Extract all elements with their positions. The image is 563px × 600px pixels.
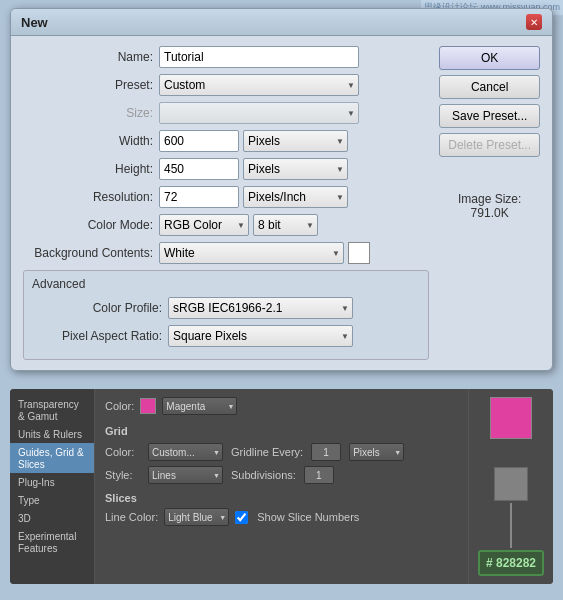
resolution-label: Resolution: <box>23 190 153 204</box>
bit-depth-select[interactable]: 8 bit <box>253 214 318 236</box>
color-mode-row: Color Mode: RGB Color ▼ 8 bit ▼ <box>23 214 429 236</box>
guides-color-swatch[interactable] <box>140 398 156 414</box>
sidebar-label-guides: Guides, Grid & Slices <box>18 447 84 470</box>
size-row: Size: ▼ <box>23 102 429 124</box>
advanced-title: Advanced <box>32 277 420 291</box>
height-label: Height: <box>23 162 153 176</box>
sidebar-label-3d: 3D <box>18 513 31 524</box>
sidebar-item-experimental[interactable]: Experimental Features <box>10 527 94 557</box>
sidebar-item-transparency[interactable]: Transparency & Gamut <box>10 395 94 425</box>
resolution-unit-select[interactable]: Pixels/Inch <box>243 186 348 208</box>
guides-color-row: Color: Magenta ▼ <box>105 397 458 415</box>
height-input[interactable] <box>159 158 239 180</box>
bg-contents-select[interactable]: White <box>159 242 344 264</box>
gridline-every-input[interactable] <box>311 443 341 461</box>
sidebar-label-type: Type <box>18 495 40 506</box>
name-input[interactable] <box>159 46 359 68</box>
sidebar-label-units: Units & Rulers <box>18 429 82 440</box>
advanced-section: Advanced Color Profile: sRGB IEC61966-2.… <box>23 270 429 360</box>
name-row: Name: <box>23 46 429 68</box>
dialog-right-panel: OK Cancel Save Preset... Delete Preset..… <box>439 46 540 360</box>
preferences-content: Color: Magenta ▼ Grid Color: Custom... ▼ <box>95 389 468 584</box>
resolution-input[interactable] <box>159 186 239 208</box>
grid-section: Grid Color: Custom... ▼ Gridline Every: … <box>105 425 458 484</box>
sidebar-label-experimental: Experimental Features <box>18 531 76 554</box>
grid-style-label: Style: <box>105 469 140 481</box>
size-select <box>159 102 359 124</box>
height-unit-select[interactable]: Pixels <box>243 158 348 180</box>
sidebar-item-units[interactable]: Units & Rulers <box>10 425 94 443</box>
cancel-button[interactable]: Cancel <box>439 75 540 99</box>
pixel-aspect-row: Pixel Aspect Ratio: Square Pixels ▼ <box>32 325 420 347</box>
show-slice-numbers-label: Show Slice Numbers <box>257 511 359 523</box>
image-size-label: Image Size: <box>439 192 540 206</box>
bg-color-swatch[interactable] <box>348 242 370 264</box>
bg-contents-label: Background Contents: <box>23 246 153 260</box>
guides-color-select[interactable]: Magenta <box>162 397 237 415</box>
preset-label: Preset: <box>23 78 153 92</box>
color-profile-label: Color Profile: <box>32 301 162 315</box>
sidebar-item-guides[interactable]: Guides, Grid & Slices <box>10 443 94 473</box>
new-dialog: New ✕ Name: Preset: Custom ▼ <box>10 8 553 371</box>
save-preset-button[interactable]: Save Preset... <box>439 104 540 128</box>
sidebar-item-type[interactable]: Type <box>10 491 94 509</box>
color-mode-label: Color Mode: <box>23 218 153 232</box>
subdivisions-input[interactable] <box>304 466 334 484</box>
close-button[interactable]: ✕ <box>526 14 542 30</box>
grid-color-label: Color: <box>105 446 140 458</box>
gridline-every-label: Gridline Every: <box>231 446 303 458</box>
height-row: Height: Pixels ▼ <box>23 158 429 180</box>
width-label: Width: <box>23 134 153 148</box>
grid-section-title: Grid <box>105 425 458 437</box>
delete-preset-button: Delete Preset... <box>439 133 540 157</box>
pixel-aspect-select[interactable]: Square Pixels <box>168 325 353 347</box>
line-color-select[interactable]: Light Blue <box>164 508 229 526</box>
grid-style-select[interactable]: Lines <box>148 466 223 484</box>
grid-color-style-row: Color: Custom... ▼ Gridline Every: Pixel… <box>105 443 458 461</box>
sidebar-label-transparency: Transparency & Gamut <box>18 399 79 422</box>
grid-style-subdiv-row: Style: Lines ▼ Subdivisions: <box>105 466 458 484</box>
bg-contents-row: Background Contents: White ▼ <box>23 242 429 264</box>
name-label: Name: <box>23 50 153 64</box>
vertical-connector <box>510 503 512 548</box>
slices-color-row: Line Color: Light Blue ▼ Show Slice Numb… <box>105 508 458 526</box>
line-color-label: Line Color: <box>105 511 158 523</box>
gray-swatch[interactable] <box>494 467 528 501</box>
color-profile-select[interactable]: sRGB IEC61966-2.1 <box>168 297 353 319</box>
ok-button[interactable]: OK <box>439 46 540 70</box>
subdivisions-label: Subdivisions: <box>231 469 296 481</box>
show-slice-numbers-checkbox[interactable] <box>235 511 248 524</box>
color-profile-row: Color Profile: sRGB IEC61966-2.1 ▼ <box>32 297 420 319</box>
resolution-row: Resolution: Pixels/Inch ▼ <box>23 186 429 208</box>
width-input[interactable] <box>159 130 239 152</box>
right-color-panel: # 828282 <box>468 389 553 584</box>
magenta-swatch[interactable] <box>490 397 532 439</box>
width-unit-select[interactable]: Pixels <box>243 130 348 152</box>
dialog-titlebar: New ✕ <box>11 9 552 36</box>
slices-section: Slices Line Color: Light Blue ▼ Show Sli… <box>105 492 458 526</box>
size-label: Size: <box>23 106 153 120</box>
sidebar-label-plugins: Plug-Ins <box>18 477 55 488</box>
gridline-unit-select[interactable]: Pixels <box>349 443 404 461</box>
preset-select[interactable]: Custom <box>159 74 359 96</box>
guides-color-label: Color: <box>105 400 134 412</box>
preset-row: Preset: Custom ▼ <box>23 74 429 96</box>
sidebar-item-3d[interactable]: 3D <box>10 509 94 527</box>
preferences-sidebar: Transparency & Gamut Units & Rulers Guid… <box>10 389 95 584</box>
sidebar-item-plugins[interactable]: Plug-Ins <box>10 473 94 491</box>
grid-color-select[interactable]: Custom... <box>148 443 223 461</box>
image-size-value: 791.0K <box>439 206 540 220</box>
hex-badge: # 828282 <box>478 550 544 576</box>
pixel-aspect-label: Pixel Aspect Ratio: <box>32 329 162 343</box>
width-row: Width: Pixels ▼ <box>23 130 429 152</box>
color-mode-select[interactable]: RGB Color <box>159 214 249 236</box>
slices-title: Slices <box>105 492 458 504</box>
dialog-title: New <box>21 15 48 30</box>
